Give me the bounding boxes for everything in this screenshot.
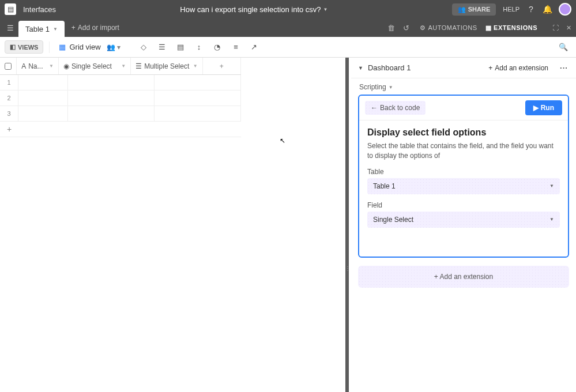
column-single-label: Single Select <box>71 62 112 70</box>
add-import-label: Add or import <box>78 24 119 32</box>
select-all-checkbox[interactable] <box>0 58 17 74</box>
chevron-down-icon[interactable]: ▼ <box>49 63 54 69</box>
base-title[interactable]: How can i export single selection into c… <box>180 5 321 14</box>
dashboard-title[interactable]: Dashboard 1 <box>368 63 411 72</box>
plus-icon: + <box>488 64 492 72</box>
sidebar-icon: ◧ <box>10 43 16 51</box>
table-select[interactable]: Table 1 ▼ <box>367 178 560 194</box>
trash-icon[interactable]: 🗑 <box>387 24 395 32</box>
group-icon[interactable]: ▤ <box>176 43 185 52</box>
chevron-down-icon[interactable]: ▼ <box>121 63 126 69</box>
column-single-select[interactable]: ◉ Single Select ▼ <box>59 58 131 74</box>
views-button[interactable]: ◧ VIEWS <box>5 40 43 54</box>
help-icon[interactable]: ? <box>526 5 536 14</box>
view-toolbar: ◧ VIEWS ▦ Grid view 👥 ▾ ◇ ☰ ▤ ↕ ◔ ≡ ↗ 🔍 <box>0 37 576 58</box>
grid-view-button[interactable]: ▦ Grid view 👥 ▾ <box>55 40 124 54</box>
cell[interactable] <box>155 91 241 105</box>
extensions-label: EXTENSIONS <box>494 24 537 31</box>
tab-table1[interactable]: Table 1 ▼ <box>18 21 65 37</box>
cursor-icon: ↖ <box>280 137 285 145</box>
text-field-icon: A <box>21 62 26 70</box>
chevron-down-icon: ▼ <box>549 217 554 222</box>
close-icon[interactable]: ✕ <box>566 24 572 32</box>
views-label: VIEWS <box>18 44 38 51</box>
scripting-tab[interactable]: Scripting ▼ <box>351 78 576 93</box>
add-column-button[interactable]: + <box>203 58 241 74</box>
table-row[interactable]: 2 <box>0 91 241 106</box>
plus-icon: + <box>0 122 18 137</box>
automations-label: AUTOMATIONS <box>428 24 477 31</box>
people-icon[interactable]: 👥 ▾ <box>107 43 121 51</box>
table-label: Table <box>367 168 560 176</box>
menu-icon[interactable]: ☰ <box>5 22 16 33</box>
automations-button[interactable]: ⚙ AUTOMATIONS <box>420 24 477 32</box>
search-icon[interactable]: 🔍 <box>559 43 568 51</box>
gridview-label: Grid view <box>69 43 100 51</box>
multi-select-icon: ☰ <box>135 62 142 70</box>
share-view-icon[interactable]: ↗ <box>250 43 259 52</box>
script-description: Select the table that contains the field… <box>367 141 560 161</box>
cell[interactable] <box>18 106 68 121</box>
cell[interactable] <box>68 75 155 90</box>
add-row-button[interactable]: + <box>0 122 241 137</box>
add-extension-big-button[interactable]: + Add an extension <box>358 266 569 288</box>
automations-icon: ⚙ <box>420 24 426 32</box>
color-icon[interactable]: ◔ <box>213 43 222 52</box>
hide-fields-icon[interactable]: ◇ <box>139 43 148 52</box>
extensions-header: ▼ Dashboard 1 + Add an extension ··· <box>351 58 576 78</box>
run-label: Run <box>541 104 554 112</box>
back-to-code-button[interactable]: ← Back to code <box>365 101 426 115</box>
share-button[interactable]: 👥 SHARE <box>452 3 496 16</box>
extensions-icon: ▦ <box>485 24 492 32</box>
cell[interactable] <box>18 91 68 105</box>
sort-icon[interactable]: ↕ <box>194 43 204 52</box>
table-tabs-bar: ☰ Table 1 ▼ + Add or import 🗑 ↺ ⚙ AUTOMA… <box>0 18 576 37</box>
add-or-import-button[interactable]: + Add or import <box>67 24 124 32</box>
chevron-down-icon[interactable]: ▼ <box>193 63 198 69</box>
field-select[interactable]: Single Select ▼ <box>367 212 560 228</box>
grid-icon: ▦ <box>59 43 66 51</box>
tab-label: Table 1 <box>25 25 50 33</box>
expand-icon[interactable]: ⛶ <box>552 24 559 32</box>
avatar[interactable] <box>559 3 571 16</box>
arrow-left-icon: ← <box>371 104 378 112</box>
top-bar: ▤ Interfaces How can i export single sel… <box>0 0 576 18</box>
row-height-icon[interactable]: ≡ <box>231 43 240 52</box>
app-logo[interactable]: ▤ <box>5 3 16 15</box>
single-select-icon: ◉ <box>63 62 69 70</box>
cell[interactable] <box>18 75 68 90</box>
table-row[interactable]: 3 <box>0 106 241 122</box>
column-multiple-select[interactable]: ☰ Multiple Select ▼ <box>131 58 203 74</box>
share-icon: 👥 <box>458 6 466 13</box>
run-button[interactable]: ▶ Run <box>525 100 562 115</box>
plus-icon: + <box>71 24 76 32</box>
grid-area: A Na... ▼ ◉ Single Select ▼ ☰ Multiple S… <box>0 58 345 392</box>
scripting-card: ← Back to code ▶ Run Display select fiel… <box>358 95 569 258</box>
cell[interactable] <box>68 106 155 121</box>
interfaces-link[interactable]: Interfaces <box>23 5 56 14</box>
chevron-down-icon[interactable]: ▼ <box>358 65 363 71</box>
more-icon[interactable]: ··· <box>559 63 569 72</box>
play-icon: ▶ <box>533 104 539 112</box>
filter-icon[interactable]: ☰ <box>157 43 167 52</box>
row-number: 2 <box>0 91 18 105</box>
cell[interactable] <box>155 106 241 121</box>
add-extension-button[interactable]: + Add an extension <box>488 64 548 72</box>
table-row[interactable]: 1 <box>0 75 241 91</box>
title-caret-icon[interactable]: ▼ <box>323 7 328 12</box>
bell-icon[interactable]: 🔔 <box>543 5 552 14</box>
cell[interactable] <box>155 75 241 90</box>
chevron-down-icon[interactable]: ▼ <box>53 27 58 32</box>
column-headers: A Na... ▼ ◉ Single Select ▼ ☰ Multiple S… <box>0 58 241 75</box>
field-label: Field <box>367 201 560 209</box>
column-name[interactable]: A Na... ▼ <box>17 58 59 74</box>
extensions-panel: ▼ Dashboard 1 + Add an extension ··· Scr… <box>349 58 576 392</box>
help-link[interactable]: HELP <box>503 6 519 13</box>
script-heading: Display select field options <box>367 127 560 138</box>
cell[interactable] <box>68 91 155 105</box>
extensions-button[interactable]: ▦ EXTENSIONS <box>485 24 537 32</box>
table-select-value: Table 1 <box>373 182 396 190</box>
history-icon[interactable]: ↺ <box>403 24 409 32</box>
back-label: Back to code <box>380 104 420 112</box>
field-select-value: Single Select <box>373 216 413 224</box>
